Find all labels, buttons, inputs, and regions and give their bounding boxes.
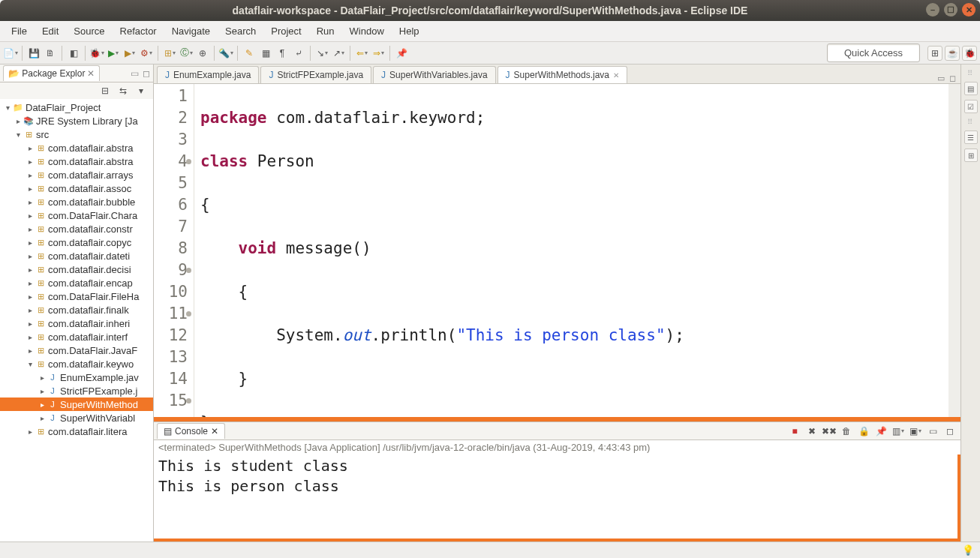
tree-package[interactable]: com.dataflair.copyc <box>48 237 131 248</box>
tree-file[interactable]: SuperWithVariabl <box>60 412 135 424</box>
editor-tab[interactable]: JEnumExample.java <box>157 66 259 83</box>
tree-package[interactable]: com.dataflair.bubble <box>48 196 135 208</box>
menu-navigate[interactable]: Navigate <box>165 23 217 39</box>
coverage-button[interactable]: ▶ <box>122 46 137 61</box>
tree-package[interactable]: com.DataFlair.FileHa <box>48 291 139 302</box>
java-perspective-button[interactable]: ☕ <box>945 46 960 61</box>
toggle-word-wrap-button[interactable]: ⤶ <box>291 46 306 61</box>
scroll-lock-button[interactable]: 🔒 <box>856 424 871 439</box>
quick-access-field[interactable]: Quick Access <box>827 44 920 62</box>
view-menu-button[interactable]: ▾ <box>134 83 149 98</box>
code-area[interactable]: package com.dataflair.keyword; class Per… <box>194 84 948 417</box>
tree-package[interactable]: com.dataflair.constr <box>48 224 133 235</box>
close-icon[interactable]: ✕ <box>211 426 218 436</box>
new-java-class-button[interactable]: Ⓒ <box>179 46 194 61</box>
toggle-block-selection-button[interactable]: ▦ <box>258 46 273 61</box>
drag-handle-icon[interactable]: ⠿ <box>967 118 974 126</box>
new-wizard-button[interactable]: 📄 <box>3 46 18 61</box>
pin-console-button[interactable]: 📌 <box>873 424 888 439</box>
menu-window[interactable]: Window <box>343 23 391 39</box>
tree-jre[interactable]: JRE System Library [Ja <box>36 116 138 127</box>
back-button[interactable]: ⇐ <box>354 46 369 61</box>
package-explorer-tab[interactable]: 📂 Package Explor✕ <box>3 65 100 81</box>
outline-view-button[interactable]: ▤ <box>964 82 978 95</box>
save-button[interactable]: 💾 <box>26 46 41 61</box>
pin-editor-button[interactable]: 📌 <box>394 46 409 61</box>
tree-package[interactable]: com.dataflair.finalk <box>48 304 129 316</box>
hierarchy-button[interactable]: ⊞ <box>964 148 978 162</box>
tree-package[interactable]: com.dataflair.arrays <box>48 170 133 181</box>
next-annotation-button[interactable]: ↘ <box>314 46 329 61</box>
tree-file[interactable]: StrictFPExample.j <box>60 386 137 397</box>
editor-tab[interactable]: JSuperWithVariables.java <box>373 66 496 83</box>
tree-src[interactable]: src <box>36 129 49 140</box>
toggle-mark-occurrences-button[interactable]: ✎ <box>242 46 257 61</box>
maximize-view-button[interactable]: ◻ <box>143 68 150 79</box>
tree-package[interactable]: com.dataflair.inheri <box>48 318 130 329</box>
tree-project[interactable]: DataFlair_Project <box>26 102 101 113</box>
remove-all-button[interactable]: ✖✖ <box>822 424 837 439</box>
open-console-button[interactable]: ▣ <box>908 424 923 439</box>
collapse-all-button[interactable]: ⊟ <box>98 83 113 98</box>
menu-help[interactable]: Help <box>392 23 426 39</box>
toggle-breadcrumb-button[interactable]: ◧ <box>66 46 81 61</box>
console-output[interactable]: This is student class This is person cla… <box>154 454 960 542</box>
outline-button[interactable]: ☰ <box>964 130 978 144</box>
show-whitespace-button[interactable]: ¶ <box>275 46 290 61</box>
save-all-button[interactable]: 🗎 <box>43 46 58 61</box>
tree-package[interactable]: com.dataflair.litera <box>48 426 128 437</box>
debug-perspective-button[interactable]: 🐞 <box>962 46 977 61</box>
search-button[interactable]: 🔦 <box>218 46 233 61</box>
display-selected-console-button[interactable]: ▥ <box>891 424 906 439</box>
minimize-view-button[interactable]: ▭ <box>131 68 139 79</box>
tree-package[interactable]: com.dataflair.abstra <box>48 142 133 154</box>
tree-package[interactable]: com.dataflair.assoc <box>48 183 131 194</box>
tree-package[interactable]: com.dataflair.abstra <box>48 156 133 167</box>
tip-bulb-icon[interactable]: 💡 <box>962 544 974 556</box>
window-close-button[interactable]: ✕ <box>962 3 975 16</box>
minimize-editor-button[interactable]: ▭ <box>937 74 945 83</box>
link-with-editor-button[interactable]: ⇆ <box>116 83 131 98</box>
new-java-package-button[interactable]: ⊞ <box>162 46 177 61</box>
tree-package[interactable]: com.dataflair.encap <box>48 278 133 289</box>
tree-package[interactable]: com.dataflair.decisi <box>48 264 131 275</box>
close-icon[interactable]: ✕ <box>87 68 95 79</box>
minimize-console-button[interactable]: ▭ <box>925 424 940 439</box>
console-tab[interactable]: ▤ Console ✕ <box>157 423 225 439</box>
tree-package-open[interactable]: com.dataflair.keywo <box>48 358 134 370</box>
terminate-button[interactable]: ■ <box>787 424 802 439</box>
task-list-button[interactable]: ☑ <box>964 100 978 113</box>
menu-file[interactable]: File <box>5 23 34 39</box>
maximize-console-button[interactable]: ◻ <box>942 424 957 439</box>
project-tree[interactable]: ▾📁DataFlair_Project ▸📚JRE System Library… <box>0 99 153 542</box>
prev-annotation-button[interactable]: ↗ <box>331 46 346 61</box>
run-last-tool-button[interactable]: ⚙ <box>139 46 154 61</box>
editor-scrollbar[interactable] <box>948 84 960 417</box>
menu-source[interactable]: Source <box>67 23 111 39</box>
tree-package[interactable]: com.DataFlair.JavaF <box>48 345 137 356</box>
menu-search[interactable]: Search <box>218 23 263 39</box>
tree-package[interactable]: com.DataFlair.Chara <box>48 210 137 221</box>
editor-tab[interactable]: JStrictFPExample.java <box>260 66 371 83</box>
forward-button[interactable]: ⇒ <box>371 46 386 61</box>
run-button[interactable]: ▶ <box>106 46 121 61</box>
menu-edit[interactable]: Edit <box>35 23 65 39</box>
code-editor[interactable]: 1 2 3 4 5 6 7 8 9 10 11 12 13 14 15 pack… <box>154 84 960 417</box>
close-icon[interactable]: ✕ <box>613 71 619 80</box>
drag-handle-icon[interactable]: ⠿ <box>967 69 974 77</box>
clear-console-button[interactable]: 🗑 <box>839 424 854 439</box>
window-maximize-button[interactable]: ☐ <box>944 3 957 16</box>
tree-package[interactable]: com.dataflair.interf <box>48 332 128 343</box>
menu-project[interactable]: Project <box>264 23 308 39</box>
editor-tab-active[interactable]: JSuperWithMethods.java✕ <box>498 66 627 83</box>
line-gutter[interactable]: 1 2 3 4 5 6 7 8 9 10 11 12 13 14 15 <box>154 84 194 417</box>
menu-refactor[interactable]: Refactor <box>113 23 164 39</box>
menu-run[interactable]: Run <box>310 23 341 39</box>
tree-file[interactable]: EnumExample.jav <box>60 372 139 383</box>
debug-button[interactable]: 🐞 <box>89 46 104 61</box>
tree-package[interactable]: com.dataflair.dateti <box>48 250 130 262</box>
tree-file-selected[interactable]: SuperWithMethod <box>60 399 138 410</box>
open-type-button[interactable]: ⊕ <box>195 46 210 61</box>
remove-launch-button[interactable]: ✖ <box>804 424 819 439</box>
window-minimize-button[interactable]: – <box>926 3 939 16</box>
